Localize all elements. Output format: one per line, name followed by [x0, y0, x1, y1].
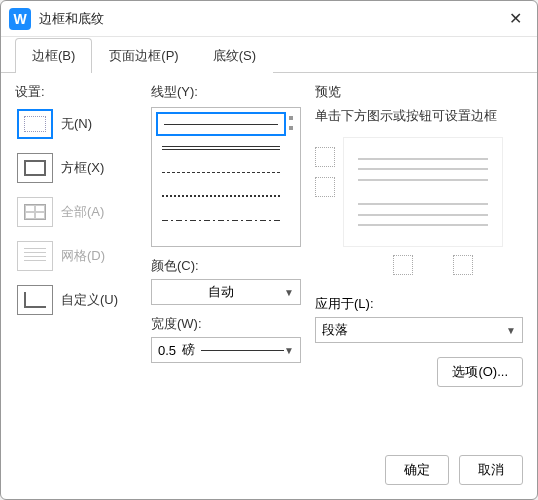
- dialog-title: 边框和底纹: [39, 10, 501, 28]
- chevron-down-icon: ▼: [284, 345, 294, 356]
- setting-custom-label: 自定义(U): [61, 291, 118, 309]
- preview-column: 预览 单击下方图示或按钮可设置边框 应用于(L): 段落: [307, 83, 523, 439]
- apply-to-label: 应用于(L):: [315, 295, 523, 313]
- border-bottom-toggle[interactable]: [315, 177, 335, 197]
- linetype-scrollbar[interactable]: [286, 112, 296, 242]
- preview-page[interactable]: [343, 137, 503, 247]
- linetype-dash[interactable]: [156, 160, 286, 184]
- border-top-toggle[interactable]: [315, 147, 335, 167]
- setting-none[interactable]: 无(N): [15, 107, 145, 141]
- setting-all-icon: [17, 197, 53, 227]
- preview-label: 预览: [315, 83, 523, 101]
- settings-column: 设置: 无(N) 方框(X) 全部(A) 网格(D) 自定义(U): [15, 83, 145, 439]
- setting-custom-icon: [17, 285, 53, 315]
- apply-to-combo[interactable]: 段落 ▼: [315, 317, 523, 343]
- width-value: 0.5: [158, 343, 176, 358]
- options-button[interactable]: 选项(O)...: [437, 357, 523, 387]
- setting-box-icon: [17, 153, 53, 183]
- app-icon: W: [9, 8, 31, 30]
- width-combo[interactable]: 0.5 磅 ▼: [151, 337, 301, 363]
- setting-box-label: 方框(X): [61, 159, 104, 177]
- linetype-list[interactable]: [151, 107, 301, 247]
- tab-strip: 边框(B) 页面边框(P) 底纹(S): [1, 37, 537, 73]
- chevron-down-icon: ▼: [506, 325, 516, 336]
- ok-button[interactable]: 确定: [385, 455, 449, 485]
- preview-left-handles: [315, 147, 335, 247]
- setting-all-label: 全部(A): [61, 203, 104, 221]
- linetype-label: 线型(Y):: [151, 83, 301, 101]
- width-sample-line: [201, 350, 284, 351]
- tab-borders[interactable]: 边框(B): [15, 38, 92, 73]
- width-unit: 磅: [182, 341, 195, 359]
- setting-none-label: 无(N): [61, 115, 92, 133]
- setting-none-icon: [17, 109, 53, 139]
- linetype-dashdot[interactable]: [156, 208, 286, 232]
- titlebar: W 边框和底纹 ✕: [1, 1, 537, 37]
- borders-shading-dialog: W 边框和底纹 ✕ 边框(B) 页面边框(P) 底纹(S) 设置: 无(N) 方…: [0, 0, 538, 500]
- color-value: 自动: [158, 283, 284, 301]
- setting-all: 全部(A): [15, 195, 145, 229]
- border-right-toggle[interactable]: [453, 255, 473, 275]
- linetype-double[interactable]: [156, 136, 286, 160]
- tab-page-borders[interactable]: 页面边框(P): [92, 38, 195, 73]
- linetype-solid[interactable]: [156, 112, 286, 136]
- setting-custom[interactable]: 自定义(U): [15, 283, 145, 317]
- line-column: 线型(Y): 颜色(C): 自动 ▼ 宽度(W):: [151, 83, 301, 439]
- width-label: 宽度(W):: [151, 315, 301, 333]
- preview-bottom-handles: [343, 255, 523, 275]
- setting-grid: 网格(D): [15, 239, 145, 273]
- settings-label: 设置:: [15, 83, 145, 101]
- preview-area: [315, 137, 523, 247]
- chevron-down-icon: ▼: [284, 287, 294, 298]
- color-label: 颜色(C):: [151, 257, 301, 275]
- dialog-body: 设置: 无(N) 方框(X) 全部(A) 网格(D) 自定义(U): [1, 73, 537, 445]
- cancel-button[interactable]: 取消: [459, 455, 523, 485]
- preview-hint: 单击下方图示或按钮可设置边框: [315, 107, 523, 125]
- close-button[interactable]: ✕: [501, 5, 529, 33]
- linetype-dot[interactable]: [156, 184, 286, 208]
- setting-box[interactable]: 方框(X): [15, 151, 145, 185]
- apply-to-value: 段落: [322, 321, 348, 339]
- setting-grid-label: 网格(D): [61, 247, 105, 265]
- color-combo[interactable]: 自动 ▼: [151, 279, 301, 305]
- tab-shading[interactable]: 底纹(S): [196, 38, 273, 73]
- dialog-footer: 确定 取消: [1, 445, 537, 499]
- setting-grid-icon: [17, 241, 53, 271]
- border-left-toggle[interactable]: [393, 255, 413, 275]
